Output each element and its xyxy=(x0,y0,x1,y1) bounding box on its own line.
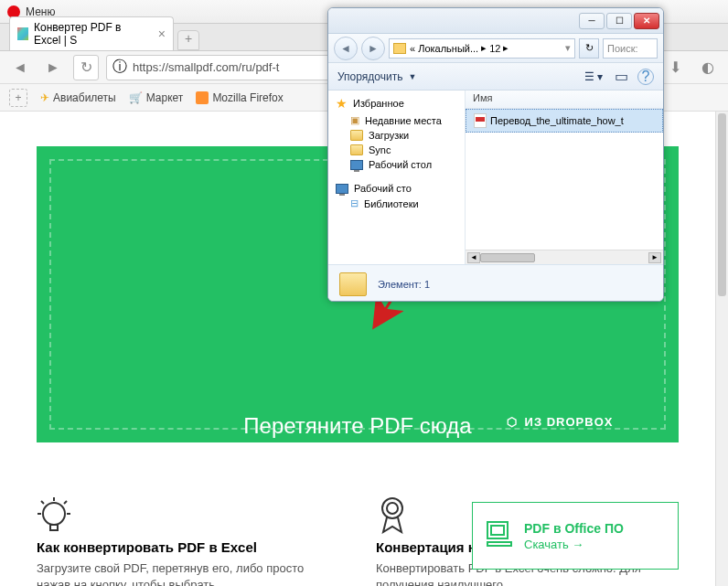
help-button[interactable]: ? xyxy=(637,69,654,85)
lightbulb-icon xyxy=(37,495,339,534)
sidebar-downloads[interactable]: Загрузки xyxy=(328,128,465,143)
folder-icon xyxy=(393,43,406,54)
promo-title: PDF в Office ПО xyxy=(524,521,624,536)
file-row[interactable]: Перевод_the_ultimate_how_t xyxy=(466,109,663,133)
scroll-left-button[interactable]: ◄ xyxy=(467,252,480,263)
file-dialog: ─ ☐ ✕ ◄ ► « Локальный... ▸ 12 ▸ ▾ ↻ Поис… xyxy=(327,7,664,302)
scroll-thumb[interactable] xyxy=(480,253,535,262)
dialog-forward-button[interactable]: ► xyxy=(361,37,385,60)
sidebar-libraries[interactable]: ⊟ Библиотеки xyxy=(328,196,465,211)
folder-icon xyxy=(350,144,363,155)
dialog-nav-bar: ◄ ► « Локальный... ▸ 12 ▸ ▾ ↻ Поиск: xyxy=(328,34,663,63)
tab-favicon xyxy=(17,27,28,40)
organize-menu[interactable]: Упорядочить ▼ xyxy=(337,70,416,83)
vertical-scrollbar[interactable] xyxy=(715,112,728,586)
chevron-down-icon: ▼ xyxy=(408,72,416,81)
cart-icon: 🛒 xyxy=(129,91,143,104)
dialog-close-button[interactable]: ✕ xyxy=(634,13,659,29)
column-header-name[interactable]: Имя xyxy=(466,91,663,109)
dialog-sidebar: ★ Избранное ▣ Недавние места Загрузки Sy… xyxy=(328,91,466,264)
folder-icon xyxy=(350,130,363,141)
desktop-icon xyxy=(350,160,363,170)
scroll-track[interactable] xyxy=(480,252,648,263)
folder-icon xyxy=(339,272,367,296)
gdrive-link[interactable]: ▲ ИЗ GOOGLE DRIVE xyxy=(507,442,651,455)
promo-text: PDF в Office ПО Скачать → xyxy=(524,521,624,551)
dialog-minimize-button[interactable]: ─ xyxy=(579,13,605,29)
drop-main-text: Перетяните PDF сюда xyxy=(243,413,471,439)
sidebar-sync[interactable]: Sync xyxy=(328,143,465,157)
firefox-icon xyxy=(196,91,209,104)
sidebar-desktop-group[interactable]: Рабочий сто xyxy=(328,181,465,196)
scroll-right-button[interactable]: ► xyxy=(648,252,661,263)
scroll-thumb[interactable] xyxy=(718,113,726,296)
svg-point-7 xyxy=(382,498,402,518)
dialog-status-bar: Элемент: 1 xyxy=(328,264,663,302)
status-text: Элемент: 1 xyxy=(378,279,430,290)
svg-rect-11 xyxy=(487,542,511,546)
svg-rect-10 xyxy=(491,526,504,535)
download-icon[interactable]: ⬇ xyxy=(662,55,688,80)
svg-rect-6 xyxy=(50,525,58,530)
promo-box[interactable]: PDF в Office ПО Скачать → xyxy=(472,502,679,570)
dialog-search-field[interactable]: Поиск: xyxy=(603,38,658,59)
cloud-links: ⬡ ИЗ DROPBOX ▲ ИЗ GOOGLE DRIVE xyxy=(507,415,651,455)
desktop-icon xyxy=(336,184,348,194)
sidebar-favorites[interactable]: ★ Избранное xyxy=(328,94,465,112)
site-info-icon[interactable]: ⓘ xyxy=(112,58,127,77)
sidebar-recent[interactable]: ▣ Недавние места xyxy=(328,112,465,128)
nav-back-button[interactable]: ◄ xyxy=(7,55,33,80)
bookmark-market[interactable]: 🛒 Маркет xyxy=(129,91,184,104)
preview-pane-button[interactable]: ▭ xyxy=(610,68,632,86)
dialog-file-list: Имя Перевод_the_ultimate_how_t ◄ ► xyxy=(466,91,663,264)
horizontal-scrollbar[interactable]: ◄ ► xyxy=(466,250,663,264)
libraries-icon: ⊟ xyxy=(350,197,359,209)
pdf-icon xyxy=(474,113,487,128)
dialog-refresh-button[interactable]: ↻ xyxy=(579,38,599,59)
turbo-icon[interactable]: ◐ xyxy=(695,55,721,80)
recent-icon: ▣ xyxy=(350,114,359,126)
star-icon: ★ xyxy=(336,96,348,111)
plane-icon: ✈ xyxy=(40,91,49,104)
nav-forward-button[interactable]: ► xyxy=(40,55,66,80)
select-file-link[interactable]: Выберите файл xyxy=(283,444,432,470)
dropbox-link[interactable]: ⬡ ИЗ DROPBOX xyxy=(507,415,651,429)
dropbox-icon: ⬡ xyxy=(507,415,518,429)
computer-icon xyxy=(484,518,515,553)
dialog-maximize-button[interactable]: ☐ xyxy=(606,13,632,29)
file-name: Перевод_the_ultimate_how_t xyxy=(490,115,624,126)
new-tab-button[interactable]: + xyxy=(177,30,199,50)
dialog-path-field[interactable]: « Локальный... ▸ 12 ▸ ▾ xyxy=(389,38,575,59)
browser-tab[interactable]: Конвертер PDF в Excel | S × xyxy=(9,16,174,50)
svg-point-8 xyxy=(387,503,398,514)
sidebar-desktop[interactable]: Рабочий стол xyxy=(328,157,465,172)
svg-line-5 xyxy=(64,501,67,504)
svg-point-0 xyxy=(43,503,65,525)
svg-line-4 xyxy=(41,501,44,504)
dialog-titlebar[interactable]: ─ ☐ ✕ xyxy=(328,8,663,34)
gdrive-icon: ▲ xyxy=(507,442,519,455)
promo-link[interactable]: Скачать → xyxy=(524,538,624,551)
feature-1: Как конвертировать PDF в Excel Загрузите… xyxy=(37,495,339,586)
dialog-toolbar: Упорядочить ▼ ☰ ▾ ▭ ? xyxy=(328,63,663,91)
nav-refresh-button[interactable]: ↻ xyxy=(73,55,99,80)
feature1-text: Загрузите свой PDF, перетянув его, либо … xyxy=(37,560,339,586)
dialog-body: ★ Избранное ▣ Недавние места Загрузки Sy… xyxy=(328,91,663,264)
view-menu[interactable]: ☰ ▾ xyxy=(583,68,605,86)
dialog-back-button[interactable]: ◄ xyxy=(334,37,358,60)
bookmark-firefox[interactable]: Mozilla Firefox xyxy=(196,91,283,104)
feature1-title: Как конвертировать PDF в Excel xyxy=(37,539,339,555)
tab-close-icon[interactable]: × xyxy=(158,27,166,41)
add-bookmark-button[interactable]: + xyxy=(9,89,27,107)
bookmark-aviabilety[interactable]: ✈ Авиабилеты xyxy=(40,91,116,104)
tab-title: Конвертер PDF в Excel | S xyxy=(34,21,149,47)
drop-text-block: Перетяните PDF сюда Выберите файл xyxy=(243,413,471,470)
